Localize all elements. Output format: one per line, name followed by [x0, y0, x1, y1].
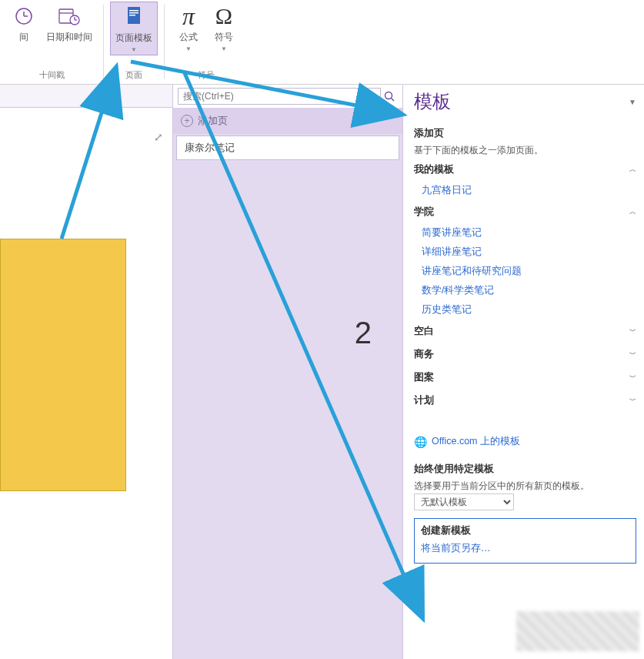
- chevron-up-icon: ︿: [629, 207, 636, 217]
- datetime-label: 日期和时间: [46, 31, 92, 44]
- page-template-label: 页面模板: [115, 32, 152, 45]
- chevron-up-icon: ︿: [629, 165, 636, 175]
- templates-pane: 模板 ▼ 添加页 基于下面的模板之一添加页面。 我的模板︿九宫格日记学院︿简要讲…: [403, 85, 644, 659]
- templates-title: 模板: [414, 89, 451, 114]
- globe-icon: 🌐: [414, 436, 427, 448]
- equation-label: 公式: [179, 31, 198, 44]
- template-link[interactable]: 九宫格日记: [414, 181, 636, 200]
- time-button[interactable]: 间: [6, 2, 42, 45]
- create-template-box: 创建新模板 将当前页另存…: [414, 518, 636, 564]
- chevron-down-icon: ﹀: [629, 373, 636, 383]
- svg-rect-10: [129, 12, 138, 14]
- template-category[interactable]: 我的模板︿: [414, 158, 636, 181]
- symbol-button[interactable]: Ω 符号 ▼: [206, 2, 242, 54]
- default-template-select[interactable]: 无默认模板: [414, 493, 514, 510]
- page-list-column: + 添加页 康奈尔笔记 2: [172, 85, 403, 659]
- template-link[interactable]: 简要讲座笔记: [414, 223, 636, 243]
- templates-title-row: 模板 ▼: [414, 88, 636, 120]
- template-category[interactable]: 商务﹀: [414, 343, 636, 366]
- ribbon-group-symbols: π 公式 ▼ Ω 符号 ▼ 符号: [165, 2, 248, 84]
- template-category-label: 图案: [414, 370, 434, 384]
- addpage-desc: 基于下面的模板之一添加页面。: [414, 143, 636, 158]
- pi-icon: π: [175, 3, 202, 29]
- note-yellow-block: [0, 239, 126, 491]
- always-heading: 始终使用特定模板: [414, 462, 636, 476]
- template-category-label: 空白: [414, 324, 434, 338]
- template-category-label: 我的模板: [414, 162, 454, 176]
- create-template-heading: 创建新模板: [421, 524, 629, 537]
- template-category[interactable]: 空白﹀: [414, 319, 636, 343]
- datetime-button[interactable]: 日期和时间: [42, 2, 97, 45]
- template-category-label: 学院: [414, 205, 434, 219]
- timestamp-group-label: 十间戳: [0, 69, 103, 81]
- office-templates-link[interactable]: 🌐 Office.com 上的模板: [414, 435, 636, 448]
- svg-point-12: [385, 92, 392, 99]
- template-link[interactable]: 历史类笔记: [414, 300, 636, 319]
- svg-line-13: [392, 99, 395, 102]
- chevron-down-icon: ﹀: [629, 326, 636, 336]
- blurred-region: [516, 611, 639, 651]
- expand-icon[interactable]: ⤢: [154, 131, 163, 143]
- ribbon-group-timestamp: 间 日期和时间 十间戳: [0, 2, 103, 84]
- symbols-group-label: 符号: [165, 69, 248, 81]
- chevron-down-icon: ▼: [185, 45, 192, 52]
- addpage-heading: 添加页: [414, 126, 636, 140]
- office-link-text: Office.com 上的模板: [432, 435, 520, 448]
- template-category-label: 计划: [414, 393, 434, 407]
- calendar-clock-icon: [56, 3, 82, 29]
- plus-icon: +: [181, 115, 193, 127]
- clock-icon: [11, 3, 37, 29]
- search-row: [173, 85, 402, 108]
- template-category-label: 商务: [414, 347, 434, 361]
- template-category[interactable]: 学院︿: [414, 200, 636, 223]
- template-category[interactable]: 计划﹀: [414, 389, 636, 412]
- page-list-body: 2: [173, 162, 402, 659]
- search-input[interactable]: [178, 88, 381, 105]
- search-icon[interactable]: [381, 88, 398, 105]
- page-group-label: 页面: [104, 69, 164, 81]
- template-category[interactable]: 图案﹀: [414, 366, 636, 389]
- page-template-button[interactable]: 页面模板 ▼: [110, 2, 158, 55]
- svg-rect-11: [129, 15, 135, 16]
- page-template-icon: [121, 4, 147, 30]
- pane-menu-caret-icon[interactable]: ▼: [629, 98, 636, 106]
- template-link[interactable]: 讲座笔记和待研究问题: [414, 262, 636, 281]
- omega-icon: Ω: [211, 3, 237, 29]
- add-page-button[interactable]: + 添加页: [173, 108, 402, 134]
- annotation-number: 2: [355, 316, 372, 350]
- page-item[interactable]: 康奈尔笔记: [176, 135, 399, 160]
- always-desc: 选择要用于当前分区中的所有新页的模板。: [414, 479, 636, 493]
- chevron-down-icon: ﹀: [629, 350, 636, 360]
- content-row: ⤢ + 添加页 康奈尔笔记 2 模板 ▼ 添加页 基于下面的模板之一添加页面。 …: [0, 85, 644, 659]
- save-current-page-link[interactable]: 将当前页另存…: [421, 542, 629, 555]
- symbol-label: 符号: [215, 31, 233, 44]
- chevron-down-icon: ﹀: [629, 396, 636, 406]
- ribbon: 间 日期和时间 十间戳 页面模板 ▼ 页面: [0, 0, 644, 85]
- ribbon-group-page: 页面模板 ▼ 页面: [104, 2, 164, 84]
- add-page-label: 添加页: [198, 114, 228, 128]
- svg-rect-9: [129, 10, 138, 12]
- template-link[interactable]: 数学/科学类笔记: [414, 281, 636, 300]
- chevron-down-icon: ▼: [221, 45, 227, 52]
- note-canvas: ⤢: [0, 85, 172, 659]
- equation-button[interactable]: π 公式 ▼: [171, 2, 206, 54]
- time-label: 间: [19, 31, 28, 44]
- section-tab-row: [0, 85, 172, 108]
- chevron-down-icon: ▼: [131, 46, 137, 53]
- template-link[interactable]: 详细讲座笔记: [414, 243, 636, 262]
